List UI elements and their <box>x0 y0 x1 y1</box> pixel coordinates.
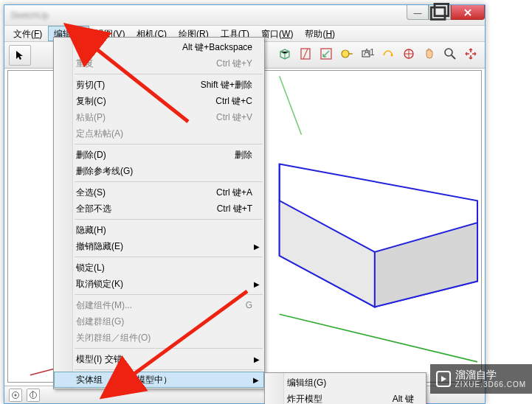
watermark-brand: 溜溜自学 <box>455 369 526 380</box>
play-icon <box>436 371 451 387</box>
submenu-arrow-icon: ▶ <box>254 243 260 251</box>
svg-rect-1 <box>435 4 449 15</box>
menu-delete[interactable]: 删除(D)删除 <box>54 147 264 163</box>
svg-point-7 <box>391 55 393 57</box>
dimension-icon[interactable]: A1 <box>358 44 377 63</box>
separator <box>75 294 263 295</box>
arrow-box-icon[interactable] <box>317 44 336 63</box>
submenu-edit-group[interactable]: 编辑组(G) <box>265 375 426 391</box>
tape-icon[interactable] <box>337 44 356 63</box>
text-icon[interactable] <box>379 44 398 63</box>
submenu-arrow-icon: ▶ <box>254 280 260 288</box>
menu-copy[interactable]: 复制(C)Ctrl 键+C <box>54 93 264 109</box>
menu-select-all[interactable]: 全选(S)Ctrl 键+A <box>54 184 264 201</box>
window-controls: — <box>407 5 485 20</box>
menu-paste[interactable]: 粘贴(P)Ctrl 键+V <box>54 109 264 125</box>
menu-make-group[interactable]: 创建群组(G) <box>54 313 264 330</box>
menu-hide[interactable]: 隐藏(H) <box>54 222 264 238</box>
edit-menu-dropdown: 撤销Alt 键+Backspace 重复Ctrl 键+Y 剪切(T)Shift … <box>53 37 265 389</box>
select-tool[interactable] <box>9 45 31 66</box>
separator <box>75 369 263 370</box>
watermark-domain: ZIXUE.3D66.COM <box>455 380 526 389</box>
menu-solid-group[interactable]: 实体组 （1，在模型中）▶ <box>54 372 264 388</box>
separator <box>75 144 263 144</box>
menu-cut[interactable]: 剪切(T)Shift 键+删除 <box>54 77 264 93</box>
separator <box>75 74 263 74</box>
menu-make-component[interactable]: 创建组件(M)...G <box>54 297 264 313</box>
minimize-button[interactable]: — <box>407 5 429 20</box>
menu-undo[interactable]: 撤销Alt 键+Backspace <box>54 39 264 55</box>
hand-icon[interactable] <box>420 44 439 63</box>
menu-deselect-all[interactable]: 全部不选Ctrl 键+T <box>54 201 264 217</box>
svg-point-9 <box>445 49 452 56</box>
close-button[interactable] <box>451 5 485 20</box>
svg-line-10 <box>280 76 302 135</box>
svg-point-19 <box>15 394 17 396</box>
menu-lock[interactable]: 锁定(L) <box>54 260 264 276</box>
menu-unhide[interactable]: 撤销隐藏(E)▶ <box>54 238 264 254</box>
paint-icon[interactable] <box>399 44 418 63</box>
menu-unlock[interactable]: 取消锁定(K)▶ <box>54 276 264 292</box>
svg-line-12 <box>280 314 477 362</box>
separator <box>75 219 263 220</box>
menu-help[interactable]: 帮助(H) <box>299 26 341 41</box>
submenu-arrow-icon: ▶ <box>253 376 259 384</box>
menu-paste-in-place[interactable]: 定点粘帖(A) <box>54 125 264 142</box>
window-title: SketchUp <box>10 10 49 21</box>
menu-close-group[interactable]: 关闭群组／组件(O) <box>54 330 264 346</box>
solid-group-submenu: 编辑组(G) 炸开模型Alt 键 <box>264 372 426 404</box>
svg-text:i: i <box>32 391 34 400</box>
menu-file[interactable]: 文件(F) <box>7 26 48 41</box>
status-icon-2[interactable]: i <box>27 389 40 402</box>
zoom-icon[interactable] <box>441 44 460 63</box>
submenu-arrow-icon: ▶ <box>254 355 260 363</box>
separator <box>75 181 263 182</box>
maximize-button[interactable] <box>429 5 451 20</box>
menu-intersect[interactable]: 模型(I) 交错▶ <box>54 351 264 367</box>
menu-redo[interactable]: 重复Ctrl 键+Y <box>54 55 264 72</box>
watermark: 溜溜自学 ZIXUE.3D66.COM <box>430 364 532 394</box>
cube-icon[interactable] <box>275 44 294 63</box>
separator <box>75 257 263 257</box>
submenu-explode[interactable]: 炸开模型Alt 键 <box>265 391 426 404</box>
page-icon[interactable] <box>296 44 315 63</box>
toolbar-right: A1 <box>275 44 480 63</box>
status-icon-1[interactable] <box>9 389 22 402</box>
menu-delete-guides[interactable]: 删除参考线(G) <box>54 163 264 179</box>
zoom-extents-icon[interactable] <box>461 44 480 63</box>
separator <box>75 348 263 349</box>
titlebar: SketchUp — <box>4 5 485 26</box>
svg-text:A1: A1 <box>364 47 375 58</box>
svg-rect-0 <box>431 7 445 19</box>
svg-point-4 <box>342 50 349 58</box>
